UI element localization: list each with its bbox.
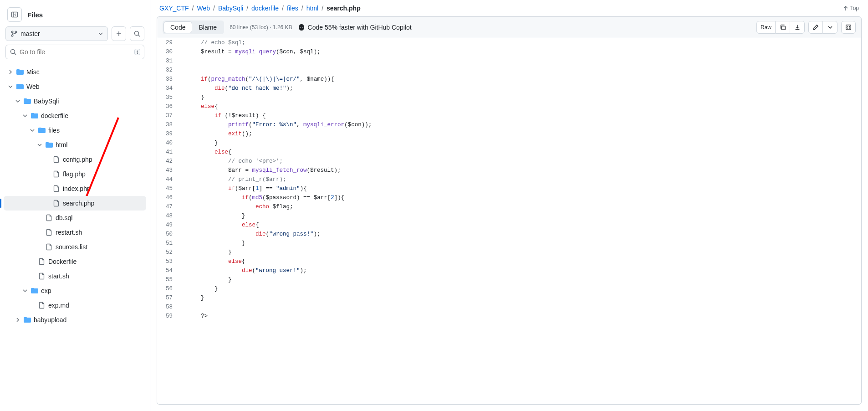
line-number[interactable]: 29 bbox=[157, 38, 180, 47]
code-content[interactable]: if($arr[1] == "admin"){ bbox=[180, 184, 861, 193]
code-line[interactable]: 33 if(preg_match("/\(|\)|\=|or/", $name)… bbox=[157, 75, 861, 84]
code-line[interactable]: 58 bbox=[157, 303, 861, 312]
code-content[interactable]: printf("Error: %s\n", mysqli_error($con)… bbox=[180, 120, 861, 129]
edit-dropdown-button[interactable] bbox=[823, 21, 837, 34]
code-content[interactable]: } bbox=[180, 93, 861, 102]
code-content[interactable]: } bbox=[180, 248, 861, 257]
code-content[interactable]: } bbox=[180, 284, 861, 293]
copilot-prompt[interactable]: Code 55% faster with GitHub Copilot bbox=[298, 24, 412, 31]
line-number[interactable]: 31 bbox=[157, 57, 180, 66]
code-content[interactable]: die("wrong user!"); bbox=[180, 266, 861, 275]
code-content[interactable] bbox=[180, 303, 861, 312]
line-number[interactable]: 47 bbox=[157, 202, 180, 211]
file-search-box[interactable]: t bbox=[5, 45, 144, 59]
line-number[interactable]: 49 bbox=[157, 221, 180, 230]
line-number[interactable]: 54 bbox=[157, 266, 180, 275]
tree-file[interactable]: Dockerfile bbox=[4, 254, 146, 269]
code-viewer[interactable]: 29 // echo $sql;30 $result = mysqli_quer… bbox=[157, 38, 862, 405]
code-line[interactable]: 32 bbox=[157, 66, 861, 75]
tree-file[interactable]: flag.php bbox=[4, 167, 146, 181]
line-number[interactable]: 36 bbox=[157, 102, 180, 111]
code-content[interactable]: ?> bbox=[180, 312, 861, 321]
tree-folder[interactable]: BabySqli bbox=[4, 94, 146, 108]
breadcrumb-link[interactable]: Web bbox=[197, 5, 210, 12]
line-number[interactable]: 53 bbox=[157, 257, 180, 266]
code-content[interactable]: // echo $sql; bbox=[180, 38, 861, 47]
tree-folder[interactable]: babyupload bbox=[4, 313, 146, 327]
code-line[interactable]: 57 } bbox=[157, 293, 861, 303]
code-content[interactable]: if(md5($password) == $arr[2]){ bbox=[180, 193, 861, 202]
line-number[interactable]: 40 bbox=[157, 139, 180, 148]
code-content[interactable]: if(preg_match("/\(|\)|\=|or/", $name)){ bbox=[180, 75, 861, 84]
code-content[interactable]: // echo '<pre>'; bbox=[180, 157, 861, 166]
code-content[interactable]: } bbox=[180, 293, 861, 303]
line-number[interactable]: 45 bbox=[157, 184, 180, 193]
code-line[interactable]: 59 ?> bbox=[157, 312, 861, 321]
branch-selector[interactable]: master bbox=[5, 26, 108, 41]
code-line[interactable]: 31 bbox=[157, 57, 861, 66]
breadcrumb-link[interactable]: dockerfile bbox=[251, 5, 279, 12]
line-number[interactable]: 35 bbox=[157, 93, 180, 102]
file-tree[interactable]: MiscWebBabySqlidockerfilefileshtmlconfig… bbox=[0, 63, 150, 411]
file-search-input[interactable] bbox=[20, 48, 132, 56]
line-number[interactable]: 48 bbox=[157, 211, 180, 221]
symbols-button[interactable] bbox=[841, 21, 856, 34]
line-number[interactable]: 37 bbox=[157, 111, 180, 120]
tree-file[interactable]: exp.md bbox=[4, 298, 146, 313]
tree-folder[interactable]: html bbox=[4, 138, 146, 152]
code-content[interactable] bbox=[180, 66, 861, 75]
code-line[interactable]: 41 else{ bbox=[157, 148, 861, 157]
line-number[interactable]: 38 bbox=[157, 120, 180, 129]
line-number[interactable]: 56 bbox=[157, 284, 180, 293]
line-number[interactable]: 39 bbox=[157, 129, 180, 139]
code-line[interactable]: 54 die("wrong user!"); bbox=[157, 266, 861, 275]
scroll-to-top-link[interactable]: Top bbox=[843, 5, 859, 11]
code-content[interactable]: // print_r($arr); bbox=[180, 175, 861, 184]
code-line[interactable]: 52 } bbox=[157, 248, 861, 257]
tab-blame[interactable]: Blame bbox=[192, 21, 223, 33]
search-button[interactable] bbox=[130, 26, 144, 41]
code-content[interactable]: die("do not hack me!"); bbox=[180, 84, 861, 93]
line-number[interactable]: 46 bbox=[157, 193, 180, 202]
code-content[interactable]: die("wrong pass!"); bbox=[180, 230, 861, 239]
code-content[interactable]: else{ bbox=[180, 257, 861, 266]
code-line[interactable]: 56 } bbox=[157, 284, 861, 293]
tree-file[interactable]: index.php bbox=[4, 181, 146, 196]
code-line[interactable]: 45 if($arr[1] == "admin"){ bbox=[157, 184, 861, 193]
code-line[interactable]: 34 die("do not hack me!"); bbox=[157, 84, 861, 93]
code-line[interactable]: 43 $arr = mysqli_fetch_row($result); bbox=[157, 166, 861, 175]
line-number[interactable]: 30 bbox=[157, 47, 180, 57]
edit-button[interactable] bbox=[808, 21, 823, 34]
tree-folder[interactable]: Web bbox=[4, 79, 146, 94]
breadcrumb-link[interactable]: html bbox=[306, 5, 318, 12]
collapse-sidebar-button[interactable] bbox=[7, 7, 22, 22]
tree-folder[interactable]: Misc bbox=[4, 65, 146, 79]
download-button[interactable] bbox=[790, 21, 805, 34]
code-line[interactable]: 42 // echo '<pre>'; bbox=[157, 157, 861, 166]
copy-button[interactable] bbox=[776, 21, 790, 34]
tab-code[interactable]: Code bbox=[163, 21, 192, 33]
code-line[interactable]: 46 if(md5($password) == $arr[2]){ bbox=[157, 193, 861, 202]
line-number[interactable]: 42 bbox=[157, 157, 180, 166]
tree-file[interactable]: sources.list bbox=[4, 240, 146, 254]
line-number[interactable]: 32 bbox=[157, 66, 180, 75]
code-line[interactable]: 38 printf("Error: %s\n", mysqli_error($c… bbox=[157, 120, 861, 129]
code-content[interactable]: $result = mysqli_query($con, $sql); bbox=[180, 47, 861, 57]
raw-button[interactable]: Raw bbox=[756, 21, 776, 34]
code-line[interactable]: 37 if (!$result) { bbox=[157, 111, 861, 120]
code-content[interactable]: else{ bbox=[180, 221, 861, 230]
breadcrumb-link[interactable]: GXY_CTF bbox=[159, 5, 189, 12]
code-content[interactable]: else{ bbox=[180, 148, 861, 157]
tree-folder[interactable]: files bbox=[4, 123, 146, 138]
code-line[interactable]: 47 echo $flag; bbox=[157, 202, 861, 211]
code-line[interactable]: 36 else{ bbox=[157, 102, 861, 111]
code-content[interactable]: } bbox=[180, 211, 861, 221]
code-line[interactable]: 30 $result = mysqli_query($con, $sql); bbox=[157, 47, 861, 57]
code-line[interactable]: 29 // echo $sql; bbox=[157, 38, 861, 47]
code-line[interactable]: 40 } bbox=[157, 139, 861, 148]
tree-file[interactable]: db.sql bbox=[4, 211, 146, 225]
code-line[interactable]: 49 else{ bbox=[157, 221, 861, 230]
code-content[interactable]: if (!$result) { bbox=[180, 111, 861, 120]
line-number[interactable]: 52 bbox=[157, 248, 180, 257]
code-content[interactable]: } bbox=[180, 139, 861, 148]
